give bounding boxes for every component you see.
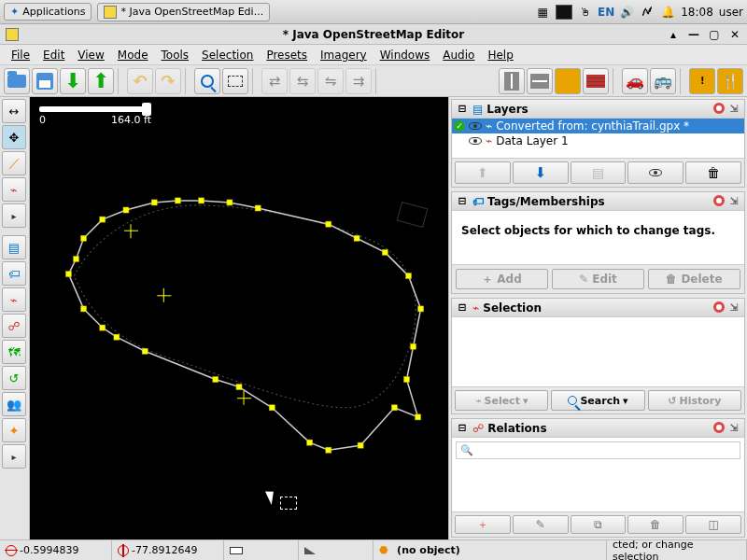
taskbar-entry-josm[interactable]: * Java OpenStreetMap Edi... bbox=[97, 3, 270, 21]
tray-mouse-icon[interactable]: 🖱 bbox=[578, 5, 593, 20]
collapse-icon[interactable]: ⊟ bbox=[456, 301, 469, 315]
lasso-mode-button[interactable]: ✥ bbox=[2, 125, 26, 149]
pin-icon[interactable]: ⇲ bbox=[727, 103, 740, 116]
relation-select-button[interactable]: ◫ bbox=[685, 515, 741, 534]
menu-imagery[interactable]: Imagery bbox=[315, 47, 373, 63]
pin-icon[interactable]: ⇲ bbox=[727, 301, 740, 315]
validator-toggle-button[interactable]: 👥 bbox=[2, 392, 26, 416]
selection-toggle-button[interactable]: ⌁ bbox=[2, 287, 26, 312]
tray-volume-icon[interactable]: 🔊 bbox=[619, 5, 634, 20]
more-panels-button[interactable]: ▸ bbox=[2, 444, 26, 469]
upload-button[interactable]: ⬆ bbox=[88, 68, 114, 94]
relation-delete-button[interactable]: 🗑 bbox=[627, 515, 684, 534]
layer-up-button[interactable]: ⬆ bbox=[455, 161, 511, 184]
menu-windows[interactable]: Windows bbox=[374, 47, 436, 63]
svg-rect-11 bbox=[354, 235, 359, 241]
window-maximize-button[interactable]: ▢ bbox=[708, 28, 721, 41]
tags-toggle-button[interactable]: 🏷 bbox=[2, 261, 26, 286]
tray-user[interactable]: user bbox=[719, 6, 743, 19]
selection-icon: ⌁ bbox=[472, 301, 479, 315]
preset-car-button[interactable]: 🚗 bbox=[622, 68, 648, 94]
tray-clock[interactable]: 18:08 bbox=[681, 6, 713, 19]
tag-edit-button[interactable]: ✎Edit bbox=[552, 269, 644, 289]
selection-history-button[interactable]: ↺History bbox=[648, 390, 741, 411]
menu-help[interactable]: Help bbox=[482, 47, 518, 63]
search-button[interactable] bbox=[194, 68, 220, 94]
svg-rect-18 bbox=[391, 405, 397, 411]
open-button[interactable] bbox=[4, 68, 30, 94]
restaurant-icon: 🍴 bbox=[722, 73, 740, 90]
select-mode-button[interactable]: ↔ bbox=[2, 99, 26, 123]
extrude-mode-button[interactable]: ⌁ bbox=[2, 177, 26, 202]
preset-road-h-button[interactable] bbox=[527, 68, 553, 94]
preset-orange-button[interactable] bbox=[555, 68, 581, 94]
save-button[interactable] bbox=[32, 68, 58, 94]
distribute-nodes-button[interactable]: ⇆ bbox=[289, 68, 316, 94]
layer-visibility-button[interactable] bbox=[627, 161, 684, 184]
relations-toggle-button[interactable]: ☍ bbox=[2, 314, 26, 338]
relation-duplicate-button[interactable]: ⧉ bbox=[571, 515, 627, 534]
preset-road-v-button[interactable] bbox=[499, 68, 525, 94]
window-minimize-button[interactable]: — bbox=[687, 28, 700, 41]
preset-warning-button[interactable] bbox=[689, 68, 715, 94]
preferences-button[interactable] bbox=[222, 68, 248, 94]
mirror-button[interactable]: ⇋ bbox=[317, 68, 344, 94]
menu-mode[interactable]: Mode bbox=[112, 47, 154, 63]
align-nodes-button[interactable]: ⇄ bbox=[261, 68, 288, 94]
menu-presets[interactable]: Presets bbox=[261, 47, 313, 63]
layer-down-button[interactable]: ⬇ bbox=[513, 161, 569, 184]
tray-workspace-icon[interactable]: ▦ bbox=[535, 5, 550, 20]
applications-menu[interactable]: ✦ Applications bbox=[4, 3, 92, 21]
map-canvas[interactable]: 0 164.0 ft bbox=[30, 97, 448, 539]
selection-search-button[interactable]: Search ▾ bbox=[551, 390, 644, 411]
layer-delete-button[interactable]: 🗑 bbox=[685, 161, 741, 184]
help-icon[interactable] bbox=[713, 422, 725, 433]
tag-delete-button[interactable]: 🗑Delete bbox=[648, 269, 740, 289]
menu-view[interactable]: View bbox=[72, 47, 109, 63]
menu-audio[interactable]: Audio bbox=[437, 47, 480, 63]
filter-toggle-button[interactable]: ✦ bbox=[2, 418, 26, 442]
tray-lang-indicator[interactable]: EN bbox=[599, 5, 613, 20]
visible-icon[interactable] bbox=[469, 122, 482, 130]
layer-row[interactable]: ⌁ Data Layer 1 bbox=[452, 133, 744, 148]
layers-toggle-button[interactable]: ▤ bbox=[2, 235, 26, 259]
help-icon[interactable] bbox=[713, 195, 725, 206]
menu-edit[interactable]: Edit bbox=[37, 47, 70, 63]
help-icon[interactable] bbox=[713, 103, 725, 114]
preset-bus-button[interactable]: 🚌 bbox=[650, 68, 676, 94]
more-modes-button[interactable]: ▸ bbox=[2, 203, 26, 228]
tray-terminal-icon[interactable] bbox=[556, 5, 572, 20]
window-rollup-button[interactable]: ▴ bbox=[667, 28, 680, 41]
layer-toggle-button[interactable]: ▤ bbox=[571, 161, 627, 184]
redo-button[interactable]: ↷ bbox=[155, 68, 181, 94]
preset-building-button[interactable] bbox=[583, 68, 609, 94]
preset-food-button[interactable]: 🍴 bbox=[717, 68, 743, 94]
window-close-button[interactable]: ✕ bbox=[728, 28, 741, 41]
selection-select-button[interactable]: ⌁Select ▾ bbox=[455, 390, 548, 411]
relation-edit-button[interactable]: ✎ bbox=[513, 515, 569, 534]
collapse-icon[interactable]: ⊟ bbox=[456, 195, 469, 208]
undo-stack-button[interactable]: ↺ bbox=[2, 366, 26, 390]
draw-mode-button[interactable]: ／ bbox=[2, 151, 26, 175]
relations-filter-input[interactable] bbox=[456, 441, 740, 459]
layer-row-active[interactable]: ✓ ⌁ Converted from: cynthiaTrail.gpx * bbox=[452, 119, 744, 133]
visible-icon[interactable] bbox=[469, 137, 482, 145]
tag-add-button[interactable]: ＋Add bbox=[456, 269, 548, 289]
undo-button[interactable]: ↶ bbox=[127, 68, 153, 94]
map-toggle-button[interactable]: 🗺 bbox=[2, 340, 26, 364]
download-button[interactable]: ⬇ bbox=[60, 68, 86, 94]
pin-icon[interactable]: ⇲ bbox=[727, 195, 740, 208]
tray-notifications-icon[interactable]: 🔔 bbox=[660, 5, 675, 20]
follow-button[interactable]: ⇉ bbox=[345, 68, 372, 94]
collapse-icon[interactable]: ⊟ bbox=[456, 103, 469, 116]
collapse-icon[interactable]: ⊟ bbox=[456, 422, 469, 435]
way-path[interactable] bbox=[68, 201, 420, 450]
relation-new-button[interactable]: ＋ bbox=[455, 515, 511, 534]
tray-battery-icon[interactable]: 🗲 bbox=[640, 5, 655, 20]
help-icon[interactable] bbox=[713, 301, 725, 313]
angle-icon bbox=[304, 547, 316, 554]
menu-selection[interactable]: Selection bbox=[196, 47, 259, 63]
pin-icon[interactable]: ⇲ bbox=[727, 422, 740, 435]
menu-file[interactable]: File bbox=[6, 47, 35, 63]
menu-tools[interactable]: Tools bbox=[156, 47, 195, 63]
